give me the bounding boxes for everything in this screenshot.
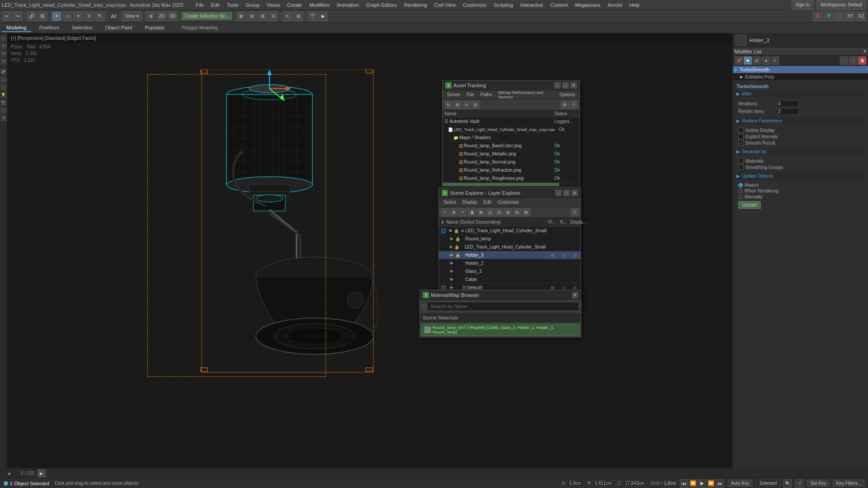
menu-scripting[interactable]: Scripting <box>490 1 517 9</box>
mod-icon-list[interactable]: ≡ <box>771 56 779 65</box>
layer-row-2-lock[interactable]: 🔒 <box>454 245 460 249</box>
asset-row-refraction[interactable]: 🖼 Round_lamp_Refraction.png Ok <box>443 166 580 174</box>
always-radio[interactable] <box>738 183 743 188</box>
menu-file[interactable]: File <box>192 1 208 9</box>
asset-menu-file[interactable]: File <box>464 91 476 98</box>
isoline-checkbox[interactable] <box>738 127 744 133</box>
layer-explorer-close[interactable]: ✕ <box>571 190 578 196</box>
play-btn[interactable]: ▶ <box>698 479 706 488</box>
menu-rendering[interactable]: Rendering <box>401 1 431 9</box>
set-key-btn[interactable]: Set Key <box>807 480 829 487</box>
layer-menu-display[interactable]: Display <box>460 199 480 206</box>
asset-row-basecolor[interactable]: 🖼 Round_lamp_BaseColor.png Ok <box>443 142 580 150</box>
layer-tb-btn5[interactable]: ⊟ <box>513 208 521 216</box>
left-link-btn[interactable]: 🔗 <box>0 69 7 75</box>
layer-tb-btn2[interactable]: ◫ <box>486 208 494 216</box>
layer-menu-customize[interactable]: Customize <box>495 199 522 206</box>
tab-freeform[interactable]: Freeform <box>35 24 64 32</box>
menu-views[interactable]: Views <box>263 1 283 9</box>
material-browser-close[interactable]: ✕ <box>572 292 578 298</box>
update-section-header[interactable]: ▶ Update Options <box>735 173 866 179</box>
search-filter-btn[interactable]: 🔍 <box>783 479 792 488</box>
manually-radio[interactable] <box>738 195 743 199</box>
smoothing-groups-checkbox[interactable] <box>738 164 744 170</box>
timeline-track[interactable] <box>47 469 866 478</box>
iterations-input[interactable] <box>776 100 799 107</box>
layer-row-4-eye[interactable]: 👁 <box>448 261 454 266</box>
asset-menu-bitmap[interactable]: Bitmap Performance and Memory <box>495 89 556 100</box>
layer-menu-edit[interactable]: Edit <box>481 199 494 206</box>
left-lights-btn[interactable]: 💡 <box>0 92 7 98</box>
left-shapes-btn[interactable]: △ <box>0 76 7 83</box>
asset-tb-view2[interactable]: ≡ <box>462 101 471 109</box>
asset-row-roughness[interactable]: 🖼 Round_lamp_Roughness.png Ok <box>443 174 580 183</box>
snap2d-btn[interactable]: 2D <box>157 11 167 21</box>
left-rotate-btn[interactable]: ↻ <box>0 51 7 57</box>
materials-checkbox[interactable] <box>738 158 744 164</box>
menu-tools[interactable]: Tools <box>223 1 242 9</box>
layer-row-3-eye[interactable]: 👁 <box>448 253 454 258</box>
link-button[interactable]: 🔗 <box>27 11 37 21</box>
align3-btn[interactable]: ⊡ <box>269 11 278 21</box>
render-btn[interactable]: ▶ <box>318 11 328 21</box>
filter-btn[interactable]: ▽ <box>795 479 803 488</box>
asset-tb-help[interactable]: ? <box>570 101 578 109</box>
asset-tracking-close[interactable]: ✕ <box>571 82 577 89</box>
left-move-btn[interactable]: ✛ <box>0 43 7 49</box>
layer-explorer-maximize[interactable]: □ <box>563 190 570 196</box>
layer-row-1[interactable]: 👁 🔒 Round_lamp <box>439 235 580 243</box>
redo-button[interactable]: ↪ <box>13 11 23 21</box>
asset-tb-settings[interactable]: ⚙ <box>561 101 569 109</box>
menu-create[interactable]: Create <box>283 1 306 9</box>
scene-exp-btn[interactable]: ⊞ <box>293 11 303 21</box>
xy-btn[interactable]: XY <box>845 11 855 21</box>
layer-tb-close-x[interactable]: ✕ <box>441 208 449 216</box>
tab-modeling[interactable]: Modeling <box>2 24 31 32</box>
layer-tb-btn4[interactable]: ⊞ <box>504 208 512 216</box>
surface-section-header[interactable]: ▶ Surface Parameters <box>735 117 866 124</box>
asset-tb-view1[interactable]: ⊞ <box>453 101 462 109</box>
align-btn[interactable]: ⊟ <box>247 11 257 21</box>
layer-tb-settings[interactable]: ⚙ <box>450 208 458 216</box>
asset-tb-view3[interactable]: ⊟ <box>472 101 480 109</box>
tab-selection[interactable]: Selection <box>67 24 97 32</box>
layer-tb-delete[interactable]: 🗑 <box>468 208 476 216</box>
asset-row-normal[interactable]: 🖼 Round_lamp_Normal.png Ok <box>443 158 580 166</box>
layer-row-3[interactable]: 👁 🔒 Holder_3 ⊠ ◎ ⊟ <box>439 251 580 259</box>
select-button[interactable]: ✦ <box>52 11 61 21</box>
material-item[interactable]: Round_lamp_MAT (VRayMtl) [Cable, Glass_3… <box>421 324 580 336</box>
mod-icon-down[interactable]: ↓ <box>849 56 857 65</box>
layer-row-2[interactable]: 👁 🔒 LED_Track_Light_Head_Cylinder_Small <box>439 243 580 251</box>
asset-tracking-minimize[interactable]: – <box>554 82 561 89</box>
layer-row-5[interactable]: 👁 Glass_3 <box>439 267 580 276</box>
asset-menu-paths[interactable]: Paths <box>478 91 495 98</box>
material-search-input[interactable] <box>427 302 579 311</box>
left-systems-btn[interactable]: ⚙ <box>0 115 7 121</box>
asset-row-vault[interactable]: 🗄 Autodesk Vault Logged... <box>443 117 580 126</box>
separate-by-section-header[interactable]: ▶ Separate by: <box>735 148 866 155</box>
menu-edit[interactable]: Edit <box>208 1 223 9</box>
asset-menu-server[interactable]: Server <box>444 91 463 98</box>
sign-in-button[interactable]: Sign In <box>792 0 814 10</box>
layer-row-6[interactable]: 👁 Cable <box>439 276 580 284</box>
asset-tracking-maximize[interactable]: □ <box>562 82 569 89</box>
layer-row-4[interactable]: 👁 Holder_2 <box>439 259 580 267</box>
asset-tb-refresh[interactable]: ↻ <box>444 101 453 109</box>
mod-icon-env[interactable]: ◈ <box>762 56 770 65</box>
stack-item-editable-poly[interactable]: ▶ Editable Poly <box>733 73 868 80</box>
mod-icon-wire[interactable]: ⊞ <box>753 56 761 65</box>
modifier-list-header[interactable]: Modifier List ▾ <box>733 47 868 56</box>
layer-row-1-lock[interactable]: 🔒 <box>454 237 461 241</box>
explicit-checkbox[interactable] <box>738 134 744 139</box>
menu-modifiers[interactable]: Modifiers <box>306 1 333 9</box>
layer-row-7-eye[interactable]: 👁 <box>448 286 454 290</box>
mirror-btn[interactable]: ⊠ <box>236 11 246 21</box>
undo-button[interactable]: ↩ <box>2 11 12 21</box>
layer-row-1-eye[interactable]: 👁 <box>448 237 454 241</box>
layer-row-2-eye[interactable]: 👁 <box>448 245 454 249</box>
mod-icon-active[interactable]: ■ <box>744 56 752 65</box>
layer-row-5-eye[interactable]: 👁 <box>448 269 454 274</box>
snap3d-btn[interactable]: 3D <box>168 11 178 21</box>
align2-btn[interactable]: ⊞ <box>258 11 268 21</box>
layer-menu-select[interactable]: Select <box>441 199 459 206</box>
